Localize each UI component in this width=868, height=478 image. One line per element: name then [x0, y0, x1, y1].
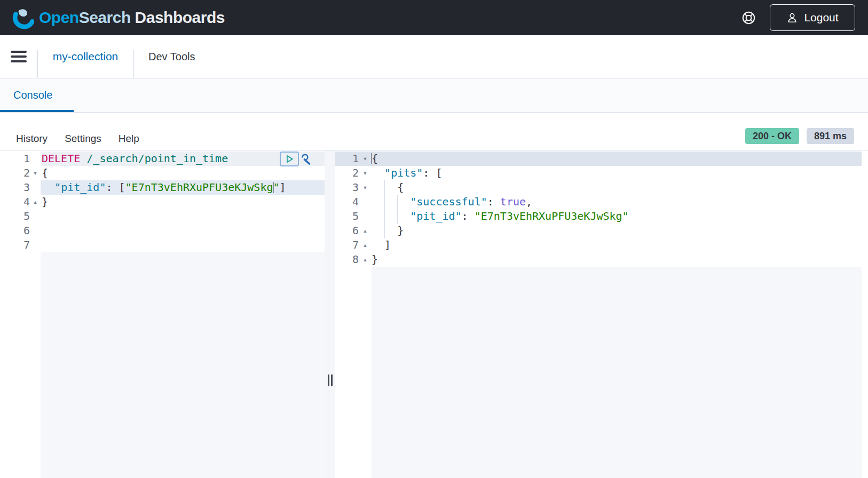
code-text: } [41, 195, 325, 209]
code-line[interactable]: 1DELETE /_search/point_in_time [0, 152, 325, 166]
code-line[interactable]: 6 [0, 224, 325, 238]
token-plain: } [372, 224, 404, 237]
token-plain [80, 152, 86, 165]
line-number: 6 [0, 224, 30, 238]
console-toolbar: History Settings Help 200 - OK 891 ms [0, 113, 868, 150]
send-request-button[interactable] [280, 152, 299, 166]
fold-icon[interactable]: ▾ [30, 166, 41, 180]
logout-button[interactable]: Logout [770, 4, 855, 31]
token-plain: } [372, 253, 378, 266]
line-number: 7 [0, 238, 30, 252]
menu-button[interactable] [0, 51, 37, 62]
tab-console[interactable]: Console [13, 89, 52, 101]
code-line[interactable]: 2▾ "pits": [ [335, 166, 862, 180]
wrench-icon [300, 153, 313, 165]
request-editor[interactable]: 1DELETE /_search/point_in_time2▾{3 "pit_… [0, 150, 325, 478]
code-line[interactable]: 4▴} [0, 195, 325, 209]
code-text: ] [372, 238, 862, 252]
code-text [41, 238, 325, 252]
menu-history[interactable]: History [16, 133, 48, 145]
code-text [41, 209, 325, 224]
code-text: { [41, 166, 325, 180]
nav-divider [37, 50, 38, 78]
panel-resizer[interactable] [325, 150, 335, 478]
indent-guide [384, 195, 385, 209]
token-plain: ] [280, 181, 286, 194]
fold-icon[interactable]: ▾ [359, 152, 372, 166]
menu-settings[interactable]: Settings [65, 133, 101, 145]
code-text [41, 224, 325, 238]
code-text: "pit_id": ["E7nT3vEhRXuPFU3eKJwSkg"] [41, 180, 325, 195]
line-number: 4 [0, 195, 30, 209]
editor-empty-area [0, 252, 325, 478]
token-plain: { [42, 166, 48, 179]
code-line[interactable]: 3 "pit_id": ["E7nT3vEhRXuPFU3eKJwSkg"] [0, 180, 325, 195]
fold-icon[interactable]: ▴ [30, 195, 41, 209]
indent-guide [384, 180, 385, 195]
fold-icon[interactable]: ▴ [359, 224, 372, 238]
code-line[interactable]: 5 [0, 209, 325, 224]
hamburger-icon [11, 51, 27, 53]
active-tab-indicator [0, 110, 74, 112]
code-text: { [372, 180, 862, 195]
token-str: "E7nT3vEhRXuPFU3eKJwSkg [125, 181, 273, 194]
fold-slot [30, 238, 41, 252]
line-number: 3 [335, 180, 359, 195]
line-number: 6 [335, 224, 359, 238]
token-plain: { [372, 152, 378, 165]
fold-icon[interactable]: ▴ [359, 238, 372, 252]
code-text: } [372, 224, 862, 238]
app-title: OpenSearch Dashboards [39, 9, 225, 27]
play-icon [285, 154, 294, 164]
line-number: 8 [335, 252, 359, 267]
code-line[interactable]: 8▴} [335, 252, 862, 267]
code-line[interactable]: 5 "pit_id": "E7nT3vEhRXuPFU3eKJwSkg" [335, 209, 862, 224]
indent-guide [384, 224, 385, 238]
token-str: " [273, 181, 280, 194]
request-options-button[interactable] [300, 152, 313, 166]
token-plain: , [526, 195, 532, 208]
token-url: /_search/point_in_time [86, 152, 228, 165]
token-plain: ] [372, 238, 391, 251]
fold-slot [30, 152, 41, 166]
token-plain [372, 166, 384, 179]
token-plain [372, 210, 410, 222]
response-time-badge: 891 ms [807, 128, 854, 144]
token-key: "pit_id" [54, 181, 106, 194]
nav-divider [133, 50, 134, 78]
fold-icon[interactable]: ▾ [359, 180, 372, 195]
line-number: 1 [0, 152, 30, 166]
line-number: 2 [0, 166, 30, 180]
token-str: "E7nT3vEhRXuPFU3eKJwSkg" [475, 210, 629, 222]
fold-icon[interactable]: ▾ [359, 166, 372, 180]
token-plain: : [ [423, 166, 442, 179]
logout-label: Logout [804, 11, 838, 24]
code-line[interactable]: 7▴ ] [335, 238, 862, 252]
line-number: 2 [335, 166, 359, 180]
token-plain: : [487, 195, 500, 208]
fold-slot [30, 180, 41, 195]
code-line[interactable]: 6▴ } [335, 224, 862, 238]
code-line[interactable]: 3▾ { [335, 180, 862, 195]
devtools-tabbar: Console [0, 78, 868, 113]
fold-icon[interactable]: ▴ [359, 252, 372, 267]
fold-slot [30, 224, 41, 238]
fold-slot [359, 209, 372, 224]
indent-guide [384, 209, 385, 224]
breadcrumb-collection-link[interactable]: my-collection [37, 50, 133, 63]
code-line[interactable]: 7 [0, 238, 325, 252]
line-number: 4 [335, 195, 359, 209]
help-icon[interactable] [741, 11, 756, 25]
breadcrumb-bar: my-collection Dev Tools [0, 35, 868, 78]
code-line[interactable]: 2▾{ [0, 166, 325, 180]
indent-guide [397, 195, 398, 209]
fold-slot [30, 209, 41, 224]
code-text: } [372, 252, 862, 267]
code-line[interactable]: 1▾{ [335, 152, 862, 166]
code-line[interactable]: 4 "successful": true, [335, 195, 862, 209]
response-editor: 1▾{2▾ "pits": [3▾ {4 "successful": true,… [335, 150, 868, 478]
breadcrumb-devtools: Dev Tools [148, 51, 195, 63]
line-number: 1 [335, 152, 359, 166]
console-editors: 1DELETE /_search/point_in_time2▾{3 "pit_… [0, 150, 868, 478]
menu-help[interactable]: Help [119, 133, 139, 145]
